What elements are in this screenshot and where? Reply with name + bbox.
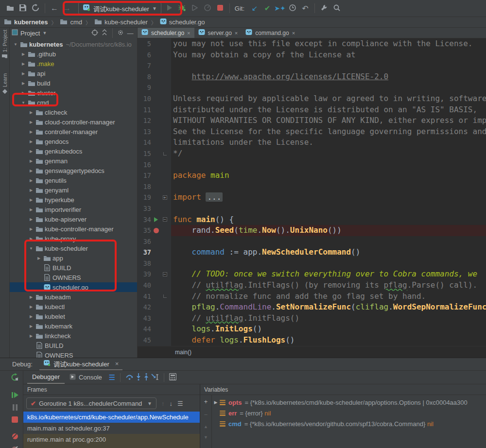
run-button[interactable] xyxy=(163,2,176,15)
tree-item-kubemark[interactable]: ▶kubemark xyxy=(10,321,137,331)
tree-item-controller-manager[interactable]: ▶controller-manager xyxy=(10,127,137,137)
editor-gutter[interactable]: 19+ xyxy=(138,192,171,203)
stop-button[interactable] xyxy=(214,2,226,15)
code-line[interactable]: 33 xyxy=(138,203,486,214)
variable-row[interactable]: err= {error} nil xyxy=(212,408,486,418)
variable-row[interactable]: ▶opts= {*k8s.io/kubernetes/cmd/kube-sche… xyxy=(212,397,486,408)
step-out-button[interactable] xyxy=(143,373,149,382)
chevron-right-icon[interactable]: ▶ xyxy=(19,71,27,76)
tree-item-owners[interactable]: OWNERS xyxy=(10,350,137,358)
chevron-right-icon[interactable]: ▶ xyxy=(27,188,35,192)
git-update-button[interactable]: ↙ xyxy=(248,2,261,15)
settings-button[interactable] xyxy=(318,2,330,15)
code-line[interactable]: 34−func main() { xyxy=(138,214,486,225)
line-number[interactable]: 36 xyxy=(138,236,151,247)
code-line[interactable]: 45 defer logs.FlushLogs() xyxy=(138,335,486,346)
editor-gutter[interactable]: 6 xyxy=(138,50,171,61)
save-button[interactable] xyxy=(17,2,29,15)
view-options-button[interactable]: ☰ xyxy=(109,373,115,382)
code-line[interactable]: 16 xyxy=(138,159,486,171)
breadcrumb-item[interactable]: kube-scheduler xyxy=(93,18,149,26)
code-line[interactable]: 15*/ xyxy=(138,148,486,159)
breadcrumb-item[interactable]: cmd xyxy=(59,18,83,26)
tree-item-cluster[interactable]: ▶cluster xyxy=(10,88,137,98)
code-line[interactable]: 38 xyxy=(138,258,486,269)
tree-item-cloud-controller-manager[interactable]: ▶cloud-controller-manager xyxy=(10,117,137,127)
coverage-button[interactable] xyxy=(189,2,201,15)
editor-gutter[interactable]: 42 xyxy=(138,302,171,313)
chevron-right-icon[interactable]: ▶ xyxy=(27,178,35,183)
code-line[interactable]: 8 http://www.apache.org/licenses/LICENSE… xyxy=(138,71,486,83)
code-line[interactable]: 13See the License for the specific langu… xyxy=(138,126,486,138)
tree-item-genyaml[interactable]: ▶genyaml xyxy=(10,185,137,195)
line-number[interactable]: 9 xyxy=(138,82,151,93)
debugger-tab-console[interactable]: Console xyxy=(65,371,107,384)
line-number[interactable]: 41 xyxy=(138,291,151,302)
line-number[interactable]: 34 xyxy=(138,214,151,225)
editor-gutter[interactable]: 12 xyxy=(138,115,171,126)
code-line[interactable]: 39− // TODO: once we switch everything o… xyxy=(138,269,486,280)
rerun-button[interactable] xyxy=(11,373,19,383)
editor-gutter[interactable]: 39− xyxy=(138,269,171,280)
open-button[interactable] xyxy=(4,2,17,15)
tree-item-genswaggertypedocs[interactable]: ▶genswaggertypedocs xyxy=(10,166,137,175)
profiler-button[interactable] xyxy=(201,2,214,15)
line-number[interactable]: 6 xyxy=(138,50,151,61)
editor-gutter[interactable]: 16 xyxy=(138,159,171,171)
resume-button[interactable] xyxy=(12,392,18,400)
tree-item-gendocs[interactable]: ▶gendocs xyxy=(10,137,137,146)
chevron-right-icon[interactable]: ▶ xyxy=(27,334,35,338)
editor-gutter[interactable]: 13 xyxy=(138,126,171,138)
line-number[interactable]: 10 xyxy=(138,93,151,104)
code-line[interactable]: 14limitations under the License. xyxy=(138,137,486,148)
run-to-cursor-button[interactable] xyxy=(151,373,159,382)
line-number[interactable]: 18 xyxy=(138,181,151,192)
line-number[interactable]: 11 xyxy=(138,104,151,116)
hide-panel-button[interactable]: — xyxy=(125,28,135,38)
line-number[interactable]: 45 xyxy=(138,335,151,346)
tree-item-build[interactable]: BUILD xyxy=(10,341,137,350)
close-icon[interactable]: × xyxy=(187,30,190,36)
editor-gutter[interactable]: 11 xyxy=(138,104,171,116)
chevron-down-icon[interactable]: ▼ xyxy=(19,101,27,105)
editor-gutter[interactable]: 45 xyxy=(138,335,171,346)
line-number[interactable]: 40 xyxy=(138,280,151,291)
code-editor[interactable]: 5you may not use this file except in com… xyxy=(138,38,486,346)
line-number[interactable]: 39 xyxy=(138,269,151,280)
run-configuration-select[interactable]: 调试kube-scheduler ▼ xyxy=(78,2,161,15)
history-button[interactable] xyxy=(286,2,299,15)
frame-row[interactable]: runtime.main at proc.go:200 xyxy=(23,434,200,445)
chevron-right-icon[interactable]: ▶ xyxy=(27,120,35,124)
code-line[interactable]: 36 xyxy=(138,236,486,247)
chevron-right-icon[interactable]: ▶ xyxy=(27,110,35,115)
move-watch-up-button[interactable]: ▲ xyxy=(204,424,208,429)
step-over-button[interactable] xyxy=(125,373,134,381)
chevron-right-icon[interactable]: ▶ xyxy=(35,256,43,260)
chevron-right-icon[interactable]: ▶ xyxy=(27,198,35,202)
rollback-button[interactable]: ↶ xyxy=(299,2,312,15)
editor-tab-scheduler-go[interactable]: scheduler.go× xyxy=(138,28,194,38)
tree-item-app[interactable]: ▶app xyxy=(10,253,137,263)
editor-gutter[interactable]: 10 xyxy=(138,93,171,104)
editor-gutter[interactable]: 40 xyxy=(138,280,171,291)
line-number[interactable]: 33 xyxy=(138,203,151,214)
tree-item-scheduler-go[interactable]: scheduler.go xyxy=(10,282,137,292)
forward-button[interactable]: → xyxy=(61,2,73,15)
thread-selector[interactable]: ✔ Goroutine 1 k8s...chedulerCommand ▼ xyxy=(26,397,156,409)
code-line[interactable]: 10Unless required by applicable law or a… xyxy=(138,93,486,104)
code-line[interactable]: 43 // utilflag.InitFlags() xyxy=(138,313,486,324)
fold-end-icon[interactable] xyxy=(161,148,169,159)
tree-item-hyperkube[interactable]: ▶hyperkube xyxy=(10,195,137,205)
code-line[interactable]: 35 rand.Seed(time.Now().UnixNano()) xyxy=(138,225,486,236)
fold-plus-icon[interactable]: + xyxy=(161,192,169,203)
editor-gutter[interactable]: 7 xyxy=(138,60,171,71)
chevron-right-icon[interactable]: ▶ xyxy=(19,81,27,86)
tree-item-genutils[interactable]: ▶genutils xyxy=(10,175,137,185)
chevron-down-icon[interactable]: ▼ xyxy=(12,42,19,47)
line-number[interactable]: 44 xyxy=(138,324,151,335)
fold-minus-icon[interactable]: − xyxy=(161,269,169,280)
code-line[interactable]: 12WITHOUT WARRANTIES OR CONDITIONS OF AN… xyxy=(138,115,486,126)
line-number[interactable]: 17 xyxy=(138,170,151,181)
code-line[interactable]: 11distributed under the License is distr… xyxy=(138,104,486,116)
chevron-right-icon[interactable]: ▶ xyxy=(27,217,35,222)
